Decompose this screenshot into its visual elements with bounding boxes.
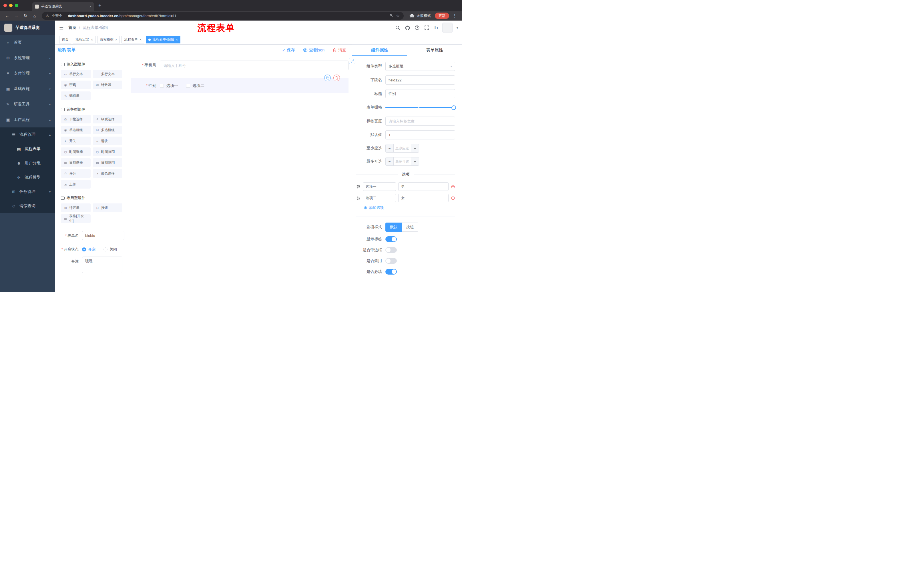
sidebar-item-home[interactable]: ⌂ 首页 xyxy=(0,35,55,50)
avatar[interactable] xyxy=(442,23,452,33)
remove-option-icon[interactable]: ⊖ xyxy=(451,196,455,201)
search-icon[interactable] xyxy=(395,25,401,31)
component-type-select[interactable]: 多选框组 ▾ xyxy=(385,62,455,71)
default-value-input[interactable] xyxy=(385,130,455,140)
palette-item[interactable]: ☰多行文本 xyxy=(93,70,123,78)
address-bar[interactable]: ⚠ 不安全 dashboard.yudao.iocoder.cn/bpm/man… xyxy=(42,12,404,20)
back-icon[interactable]: ← xyxy=(3,13,11,18)
sidebar-logo[interactable]: 芋道管理系统 xyxy=(0,21,55,35)
close-icon[interactable]: × xyxy=(89,4,91,8)
minimize-window-button[interactable] xyxy=(9,4,13,7)
font-size-icon[interactable]: TT xyxy=(434,25,438,30)
close-icon[interactable]: × xyxy=(140,38,142,42)
delete-widget-button[interactable] xyxy=(333,74,340,81)
copy-widget-button[interactable] xyxy=(324,74,331,81)
fullscreen-icon[interactable] xyxy=(424,25,430,31)
avatar-caret-icon[interactable]: ▾ xyxy=(457,26,458,30)
option-value-input[interactable] xyxy=(398,194,449,202)
link-handle[interactable] xyxy=(349,58,355,64)
sidebar-item-system[interactable]: ⚙ 系统管理 ▾ xyxy=(0,50,55,66)
sidebar-item-workflow[interactable]: ▣ 工作流程 ▴ xyxy=(0,112,55,127)
browser-menu-icon[interactable]: ⋮ xyxy=(452,13,457,18)
breadcrumb-home[interactable]: 首页 xyxy=(68,25,76,30)
tab-process-form-edit[interactable]: 流程表单-编辑 × xyxy=(146,36,180,43)
sidebar-item-leave-query[interactable]: ☺ 请假查询 xyxy=(0,199,55,213)
increase-button[interactable]: + xyxy=(411,158,419,165)
min-select-value[interactable]: 至少应选 xyxy=(394,144,411,152)
label-width-input[interactable] xyxy=(385,117,455,126)
required-switch[interactable] xyxy=(385,269,397,275)
style-default-button[interactable]: 默认 xyxy=(385,222,402,232)
palette-item[interactable]: ☑多选框组 xyxy=(93,126,123,134)
view-json-button[interactable]: 查看json xyxy=(303,48,325,53)
help-icon[interactable] xyxy=(414,25,420,31)
palette-item[interactable]: ↔滑块 xyxy=(93,137,123,145)
palette-item[interactable]: ☆评分 xyxy=(61,169,91,178)
increase-button[interactable]: + xyxy=(411,144,419,152)
drag-handle-icon[interactable] xyxy=(356,184,361,189)
decrease-button[interactable]: − xyxy=(386,158,394,165)
palette-item[interactable]: ◉密码 xyxy=(61,81,91,89)
gender-field-selected[interactable]: *性别 选项一 选项二 xyxy=(130,78,348,93)
security-label[interactable]: 不安全 xyxy=(52,13,63,18)
palette-item[interactable]: ☁上传 xyxy=(61,180,91,189)
clear-button[interactable]: 清空 xyxy=(332,48,346,53)
tab-process-definition[interactable]: 流程定义 × xyxy=(73,36,96,43)
decrease-button[interactable]: − xyxy=(386,144,394,152)
palette-item[interactable]: ◴时间范围 xyxy=(93,147,123,156)
max-select-value[interactable]: 最多可选 xyxy=(394,158,411,165)
checkbox-option-2[interactable]: 选项二 xyxy=(186,83,205,88)
slider-handle[interactable] xyxy=(451,105,456,110)
field-name-input[interactable] xyxy=(385,76,455,85)
sidebar-item-infrastructure[interactable]: ▦ 基础设施 ▾ xyxy=(0,81,55,97)
drag-handle-icon[interactable] xyxy=(356,196,361,200)
close-icon[interactable]: × xyxy=(91,38,93,42)
home-icon[interactable]: ⌂ xyxy=(31,13,38,18)
option-name-input[interactable] xyxy=(363,194,396,202)
add-option-button[interactable]: ⊕ 添加选项 xyxy=(364,205,455,210)
new-tab-button[interactable]: + xyxy=(98,3,101,8)
show-label-switch[interactable] xyxy=(385,236,397,242)
palette-item[interactable]: ◷时间选择 xyxy=(61,147,91,156)
save-button[interactable]: ✓ 保存 xyxy=(282,48,295,53)
form-grid-slider[interactable] xyxy=(385,103,455,112)
remark-textarea[interactable]: 嘿嘿 xyxy=(82,257,122,273)
border-switch[interactable] xyxy=(385,247,397,253)
phone-field[interactable]: *手机号 xyxy=(130,61,348,70)
sidebar-item-devtools[interactable]: ✎ 研发工具 ▾ xyxy=(0,97,55,112)
reload-icon[interactable]: ↻ xyxy=(22,13,29,18)
tab-home[interactable]: 首页 xyxy=(59,36,71,43)
phone-input[interactable] xyxy=(160,61,348,70)
style-button-button[interactable]: 按钮 xyxy=(402,222,418,232)
forward-icon[interactable]: → xyxy=(13,13,20,18)
sidebar-item-process-management[interactable]: ☰ 流程管理 ▴ xyxy=(0,127,55,142)
tab-component-props[interactable]: 组件属性 xyxy=(352,44,407,56)
form-name-input[interactable] xyxy=(82,231,124,240)
palette-item[interactable]: ▦表格[开发中] xyxy=(61,214,91,223)
sidebar-item-payment[interactable]: ¥ 支付管理 ▾ xyxy=(0,66,55,81)
close-icon[interactable]: × xyxy=(176,38,178,42)
palette-item[interactable]: □按钮 xyxy=(93,204,123,212)
palette-item[interactable]: ✎编辑器 xyxy=(61,91,91,100)
option-value-input[interactable] xyxy=(398,182,449,191)
palette-item[interactable]: ▦日期选择 xyxy=(61,158,91,167)
sidebar-item-process-model[interactable]: ✈ 流程模型 xyxy=(0,170,55,184)
password-key-icon[interactable] xyxy=(389,14,393,18)
palette-item[interactable]: 123计数器 xyxy=(93,81,123,89)
palette-item[interactable]: ◉单选框组 xyxy=(61,126,91,134)
close-window-button[interactable] xyxy=(3,4,7,7)
checkbox-option-1[interactable]: 选项一 xyxy=(160,83,178,88)
radio-closed[interactable]: 关闭 xyxy=(104,247,117,252)
sidebar-item-process-form[interactable]: ▤ 流程表单 xyxy=(0,142,55,156)
update-button[interactable]: 更新 xyxy=(435,13,449,19)
github-icon[interactable] xyxy=(404,25,410,31)
browser-tab[interactable]: 芋道管理系统 × xyxy=(32,2,94,11)
palette-item[interactable]: ▩日期范围 xyxy=(93,158,123,167)
hamburger-icon[interactable]: ☰ xyxy=(59,25,63,31)
tab-form-props[interactable]: 表单属性 xyxy=(407,44,462,56)
palette-item[interactable]: ◎下拉选择 xyxy=(61,115,91,123)
palette-item[interactable]: ▭单行文本 xyxy=(61,70,91,78)
palette-item[interactable]: ◑颜色选择 xyxy=(93,169,123,178)
tab-process-model[interactable]: 流程模型 × xyxy=(97,36,120,43)
palette-item[interactable]: ⊞行容器 xyxy=(61,204,91,212)
